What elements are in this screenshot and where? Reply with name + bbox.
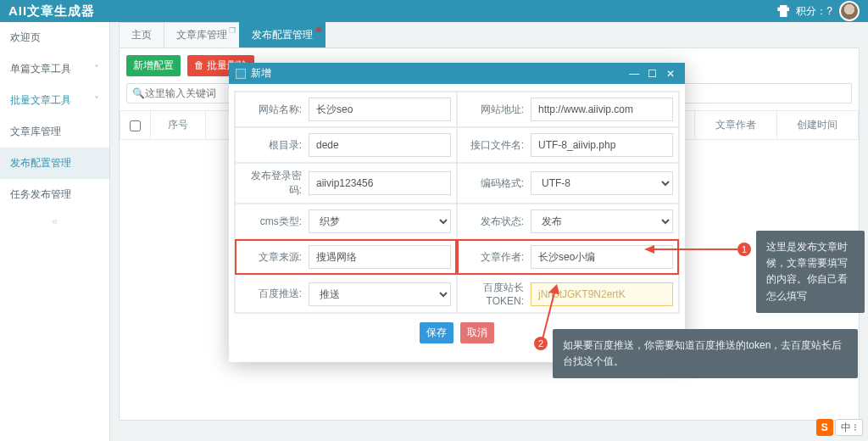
col-created: 创建时间 [776,111,858,140]
cancel-button[interactable]: 取消 [460,322,494,343]
nav-publish-config[interactable]: 发布配置管理 [0,148,109,179]
modal-titlebar[interactable]: 新增 — ☐ ✕ [229,63,685,84]
label-author: 文章作者: [463,250,524,265]
select-pub-state[interactable]: 发布 [531,209,673,233]
input-api-file[interactable] [531,133,673,157]
chevron-down-icon: ˅ [94,95,99,107]
modal-title: 新增 [251,66,271,81]
ime-mode: 中 ⁝ [835,419,863,436]
input-source[interactable] [309,245,451,269]
nav-welcome[interactable]: 欢迎页 [0,22,109,53]
input-site-url[interactable] [531,98,673,121]
tab-close-icon[interactable]: ▣ [315,25,323,33]
select-encoding[interactable]: UTF-8 [531,171,673,195]
nav-single[interactable]: 单篇文章工具˅ [0,53,109,85]
label-encoding: 编码格式: [463,176,524,191]
tab-home[interactable]: 主页 [119,22,164,47]
col-index: 序号 [151,111,205,140]
add-config-modal: 新增 — ☐ ✕ 网站名称: 网站地址: 根目录: 接口文件名: 发布登录密码:… [229,63,685,362]
nav-batch[interactable]: 批量文章工具˅ [0,85,109,116]
label-site-name: 网站名称: [241,103,302,117]
input-root-dir[interactable] [309,133,451,157]
left-nav: 欢迎页 单篇文章工具˅ 批量文章工具˅ 文章库管理 发布配置管理 任务发布管理 … [0,22,110,441]
add-config-button[interactable]: 新增配置 [126,55,181,76]
annotation-badge-2: 2 [534,337,548,350]
input-baidu-token[interactable] [531,282,673,306]
label-source: 文章来源: [241,250,302,265]
ime-indicator[interactable]: S 中 ⁝ [816,419,863,436]
app-title: AII文章生成器 [8,3,95,20]
ime-logo-icon: S [816,419,833,436]
label-cms-type: cms类型: [241,215,302,229]
gift-icon [777,5,789,17]
save-button[interactable]: 保存 [420,322,453,343]
tab-popout-icon[interactable]: ❐ [229,26,236,35]
close-icon[interactable]: ✕ [663,68,678,80]
input-pub-pwd[interactable] [309,171,451,195]
form-grid: 网站名称: 网站地址: 根目录: 接口文件名: 发布登录密码: 编码格式:UTF… [234,91,680,314]
label-baidu-token: 百度站长TOKEN: [463,281,524,307]
label-root-dir: 根目录: [241,138,302,153]
top-bar: AII文章生成器 积分：? [0,0,868,22]
label-baidu-push: 百度推送: [241,287,302,301]
modal-icon [236,69,246,79]
search-icon: 🔍 [132,87,145,99]
tab-article-db[interactable]: 文章库管理❐ [164,22,240,47]
input-author[interactable] [531,245,673,269]
annotation-badge-1: 1 [737,243,751,256]
select-baidu-push[interactable]: 推送 [309,282,451,306]
collapse-icon[interactable]: « [0,210,109,232]
select-all-checkbox[interactable] [130,120,141,131]
label-pub-state: 发布状态: [463,215,524,229]
nav-article-db[interactable]: 文章库管理 [0,116,109,148]
select-cms-type[interactable]: 织梦 [309,209,451,233]
input-site-name[interactable] [309,98,451,121]
chevron-down-icon: ˅ [94,64,99,75]
annotation-tip-2: 如果要百度推送，你需要知道百度推送的token，去百度站长后台找这个值。 [553,329,858,378]
trash-icon: 🗑 [194,59,204,71]
tab-strip: 主页 文章库管理❐ 发布配置管理▣ [119,22,860,47]
maximize-icon[interactable]: ☐ [645,68,660,80]
col-author: 文章作者 [695,111,776,140]
tab-publish-config[interactable]: 发布配置管理▣ [239,22,326,47]
label-site-url: 网站地址: [463,103,524,117]
nav-task-publish[interactable]: 任务发布管理 [0,179,109,210]
minimize-icon[interactable]: — [626,68,642,80]
label-api-file: 接口文件名: [463,138,524,153]
annotation-tip-1: 这里是发布文章时候，文章需要填写的内容。你自己看怎么填写 [756,231,865,313]
avatar[interactable] [839,1,860,21]
label-pub-pwd: 发布登录密码: [241,169,302,198]
points-label: 积分：? [796,4,832,19]
